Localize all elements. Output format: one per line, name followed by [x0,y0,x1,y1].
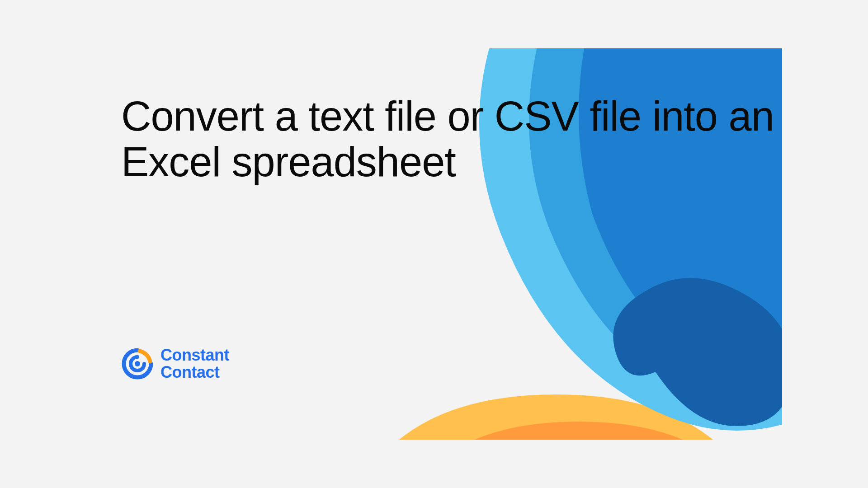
logo-icon [121,347,154,380]
slide-container: Convert a text file or CSV file into an … [86,48,782,440]
brand-line-2: Contact [160,364,229,381]
logo-text: Constant Contact [160,347,229,381]
orange-swirl-graphic [285,214,782,440]
svg-point-0 [135,361,140,366]
brand-line-1: Constant [160,347,229,364]
brand-logo: Constant Contact [121,347,229,381]
slide-title: Convert a text file or CSV file into an … [121,94,782,185]
